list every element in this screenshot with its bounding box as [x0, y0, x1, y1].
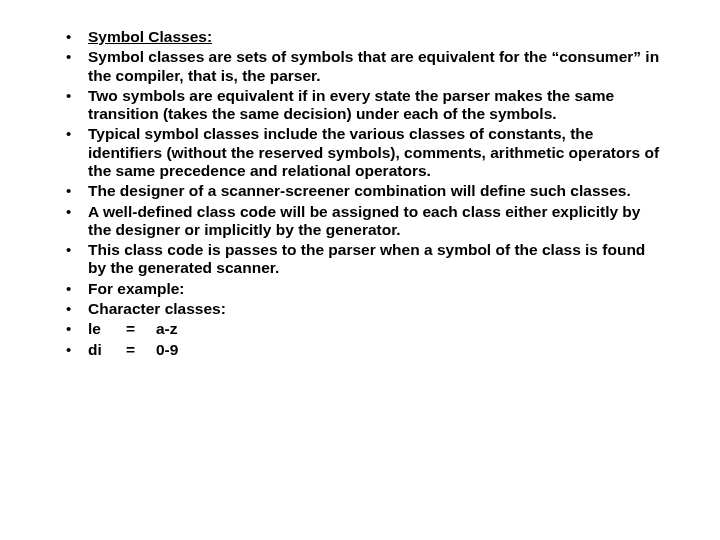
- list-item: Symbol classes are sets of symbols that …: [60, 48, 660, 85]
- bullet-text: The designer of a scanner-screener combi…: [88, 182, 631, 199]
- list-item: di=0-9: [60, 341, 660, 359]
- charclass-equals: =: [126, 320, 156, 338]
- bullet-heading: Symbol Classes:: [88, 28, 212, 45]
- charclass-range: 0-9: [156, 341, 204, 359]
- list-item: Typical symbol classes include the vario…: [60, 125, 660, 180]
- charclass-range: a-z: [156, 320, 204, 338]
- list-item: Symbol Classes:: [60, 28, 660, 46]
- charclass-name: di: [88, 341, 126, 359]
- bullet-text: Character classes:: [88, 300, 226, 317]
- list-item: For example:: [60, 280, 660, 298]
- charclass-name: le: [88, 320, 126, 338]
- list-item: le=a-z: [60, 320, 660, 338]
- list-item: The designer of a scanner-screener combi…: [60, 182, 660, 200]
- bullet-text: Symbol classes are sets of symbols that …: [88, 48, 659, 83]
- list-item: Two symbols are equivalent if in every s…: [60, 87, 660, 124]
- bullet-text: This class code is passes to the parser …: [88, 241, 645, 276]
- list-item: This class code is passes to the parser …: [60, 241, 660, 278]
- bullet-text: For example:: [88, 280, 184, 297]
- bullet-text: A well-defined class code will be assign…: [88, 203, 640, 238]
- list-item: Character classes:: [60, 300, 660, 318]
- slide: Symbol Classes: Symbol classes are sets …: [0, 0, 720, 540]
- bullet-text: Typical symbol classes include the vario…: [88, 125, 659, 179]
- list-item: A well-defined class code will be assign…: [60, 203, 660, 240]
- bullet-list: Symbol Classes: Symbol classes are sets …: [60, 28, 660, 359]
- bullet-text: Two symbols are equivalent if in every s…: [88, 87, 614, 122]
- charclass-equals: =: [126, 341, 156, 359]
